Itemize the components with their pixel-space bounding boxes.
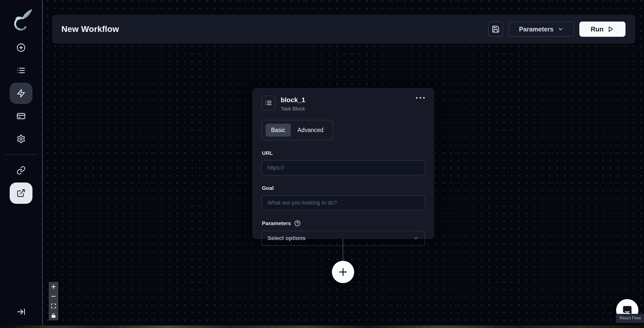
unlock-icon [51, 313, 56, 318]
sidebar-divider [5, 154, 37, 155]
chevron-down-icon [558, 26, 564, 32]
save-icon [492, 25, 500, 33]
node-name: block_1 [281, 96, 305, 104]
run-button-label: Run [591, 25, 604, 33]
lightning-icon [16, 89, 26, 98]
collapse-sidebar-button[interactable] [10, 301, 32, 322]
task-block-icon-box [261, 96, 276, 110]
sidebar-item-billing[interactable] [10, 105, 32, 127]
node-type-label: Task Block [281, 106, 305, 112]
ellipsis-icon [416, 97, 418, 99]
url-input[interactable] [261, 160, 425, 175]
minus-icon [50, 293, 57, 299]
list-icon [265, 99, 272, 106]
external-link-icon [16, 189, 26, 198]
dragon-logo-icon [9, 8, 33, 31]
workflow-header: New Workflow Parameters [52, 15, 635, 44]
goal-label: Goal [262, 185, 425, 191]
chevron-down-icon [413, 235, 419, 242]
play-icon [607, 26, 614, 33]
list-icon [16, 66, 26, 75]
node-titles: block_1 Task Block [281, 96, 305, 112]
sidebar-item-runs[interactable] [10, 60, 32, 81]
link-icon [16, 166, 26, 175]
goal-input[interactable] [261, 195, 425, 210]
plus-icon [337, 266, 349, 278]
app-logo[interactable] [8, 6, 34, 33]
lock-toggle-button[interactable] [49, 311, 58, 320]
help-circle-icon[interactable] [294, 220, 301, 227]
reactflow-attribution[interactable]: React Flow [616, 314, 644, 323]
url-label: URL [262, 150, 425, 156]
sidebar-item-integrations[interactable] [10, 160, 32, 181]
parameters-select-value: Select options [267, 235, 306, 242]
run-button[interactable]: Run [579, 22, 625, 37]
node-menu-button[interactable] [416, 96, 425, 100]
zoom-out-button[interactable] [49, 291, 58, 301]
credit-card-icon [16, 112, 26, 121]
parameters-label: Parameters [262, 220, 291, 226]
page-title: New Workflow [61, 24, 119, 34]
edge-connector [343, 239, 343, 261]
gear-icon [16, 134, 26, 143]
flow-canvas[interactable]: New Workflow Parameters [43, 0, 644, 323]
canvas-controls [49, 282, 58, 320]
header-actions: Parameters Run [488, 22, 625, 37]
app-window: New Workflow Parameters [0, 0, 644, 325]
sidebar [0, 0, 43, 325]
parameters-button[interactable]: Parameters [508, 22, 574, 37]
sidebar-item-workflows[interactable] [10, 83, 32, 104]
node-tabs: Basic Advanced [261, 120, 333, 140]
fit-view-icon [51, 303, 56, 309]
parameters-select[interactable]: Select options [261, 231, 425, 246]
zoom-in-button[interactable] [49, 282, 58, 291]
tab-advanced[interactable]: Advanced [292, 124, 329, 137]
sidebar-nav [5, 37, 37, 204]
plus-icon [50, 284, 57, 290]
parameters-button-label: Parameters [519, 26, 553, 33]
save-button[interactable] [488, 22, 503, 37]
collapse-sidebar-icon [16, 307, 26, 316]
node-header: block_1 Task Block [261, 96, 425, 112]
task-block-node[interactable]: block_1 Task Block Basic Advanced URL Go… [252, 88, 434, 239]
fit-view-button[interactable] [49, 301, 58, 311]
sidebar-item-external[interactable] [10, 183, 32, 204]
sidebar-item-settings[interactable] [10, 128, 32, 150]
add-block-button[interactable] [332, 261, 354, 283]
tab-basic[interactable]: Basic [265, 124, 291, 137]
parameters-label-row: Parameters [262, 220, 425, 227]
sidebar-item-create[interactable] [10, 37, 32, 58]
plus-circle-icon [16, 43, 26, 52]
